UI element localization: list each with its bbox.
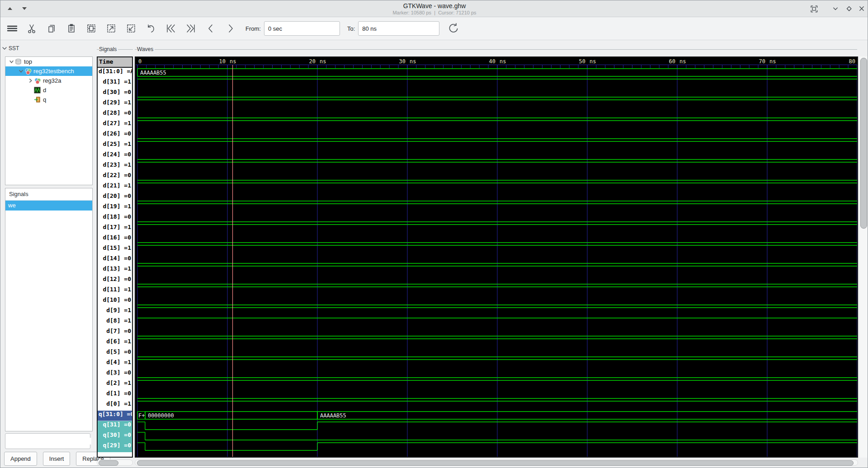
- from-input[interactable]: [264, 21, 340, 36]
- signal-search-box[interactable]: [5, 433, 90, 449]
- titlebar: GTKWave - wave.ghw Marker: 10580 ps | Cu…: [0, 0, 868, 17]
- signal-name-row[interactable]: q[31:0] =0: [98, 411, 132, 421]
- search-input[interactable]: [8, 438, 91, 445]
- tree-item-q[interactable]: q: [5, 95, 92, 104]
- signal-name-row[interactable]: d[11] =1: [98, 286, 132, 296]
- signal-name-row[interactable]: d[16] =0: [98, 234, 132, 244]
- zoom-fit-icon[interactable]: [84, 21, 99, 36]
- signal-name-row[interactable]: d[6] =1: [98, 338, 132, 348]
- signal-name-row[interactable]: q[31] =0: [98, 421, 132, 431]
- minimize-icon[interactable]: [830, 3, 841, 14]
- copy-icon[interactable]: [44, 21, 59, 36]
- window-title: GTKWave - wave.ghw: [0, 2, 868, 9]
- tree-item-top[interactable]: top: [5, 57, 92, 66]
- signal-name-row[interactable]: d[2] =1: [98, 379, 132, 390]
- signal-name-row[interactable]: d[31] =1: [98, 78, 132, 89]
- signal-name-row[interactable]: d[25] =1: [98, 140, 132, 151]
- signal-name-row[interactable]: d[8] =1: [98, 317, 132, 328]
- insert-button[interactable]: Insert: [43, 452, 71, 466]
- signal-name-row[interactable]: d[13] =1: [98, 265, 132, 276]
- undo-icon[interactable]: [143, 21, 159, 36]
- zoom-out-icon[interactable]: [123, 21, 139, 36]
- tree-item-reg32testbench[interactable]: reg32testbench: [5, 66, 92, 76]
- svg-text:0: 0: [138, 58, 142, 65]
- signal-name-row[interactable]: d[20] =0: [98, 192, 132, 203]
- bus-value-label: AAAAAB55: [320, 412, 346, 419]
- signal-name-row[interactable]: d[1] =0: [98, 390, 132, 400]
- signal-wave-icon: [34, 87, 42, 94]
- step-back-icon[interactable]: [203, 21, 218, 36]
- waves-hscrollbar[interactable]: [135, 459, 858, 466]
- signal-name-row[interactable]: d[0] =1: [98, 400, 132, 411]
- signal-name-row[interactable]: d[29] =1: [98, 99, 132, 109]
- tree-item-d[interactable]: d: [5, 85, 92, 95]
- zoom-in-icon[interactable]: [104, 21, 119, 36]
- signal-name-row[interactable]: d[3] =0: [98, 369, 132, 379]
- time-header[interactable]: Time: [98, 57, 132, 68]
- waveform-canvas[interactable]: 010ns20ns30ns40ns50ns60ns70ns80nsAAAAAB5…: [135, 56, 858, 458]
- signal-list-item-we[interactable]: we: [5, 201, 92, 211]
- signal-name-row[interactable]: d[14] =0: [98, 255, 132, 265]
- skip-to-end-icon[interactable]: [183, 21, 198, 36]
- signal-name-row[interactable]: d[5] =0: [98, 348, 132, 359]
- tree-expander-open-icon[interactable]: [8, 59, 15, 64]
- sst-section-header[interactable]: SST: [2, 45, 19, 51]
- append-button[interactable]: Append: [4, 452, 37, 466]
- keep-above-icon[interactable]: [808, 3, 820, 14]
- cut-icon[interactable]: [24, 21, 39, 36]
- waves-vscrollbar[interactable]: [859, 56, 868, 458]
- bus-value-label: 00000000: [148, 412, 174, 419]
- svg-text:10: 10: [219, 58, 226, 65]
- names-hscrollbar[interactable]: [97, 459, 133, 466]
- svg-text:ns: ns: [590, 58, 596, 65]
- signal-name-row[interactable]: d[31:0] =A: [98, 68, 132, 78]
- signal-name-row[interactable]: d[27] =1: [98, 120, 132, 130]
- svg-text:ns: ns: [500, 58, 506, 65]
- signal-name-row[interactable]: d[18] =0: [98, 213, 132, 224]
- svg-text:50: 50: [579, 58, 585, 65]
- signal-name-row[interactable]: d[9] =1: [98, 307, 132, 317]
- waves-frame-line: [135, 49, 857, 50]
- signal-name-row[interactable]: d[28] =0: [98, 109, 132, 120]
- paste-icon[interactable]: [64, 21, 79, 36]
- signal-name-row[interactable]: d[12] =0: [98, 276, 132, 286]
- signal-name-row[interactable]: d[22] =0: [98, 172, 132, 182]
- gtkwave-window: GTKWave - wave.ghw Marker: 10580 ps | Cu…: [0, 0, 868, 468]
- signal-name-row[interactable]: d[26] =0: [98, 130, 132, 140]
- signal-name-row[interactable]: d[19] =1: [98, 203, 132, 213]
- tree-item-reg32a[interactable]: reg32a: [5, 76, 92, 85]
- to-input[interactable]: [358, 21, 439, 36]
- signals-list-panel: Signals we: [5, 188, 93, 431]
- signal-name-row[interactable]: d[24] =0: [98, 151, 132, 161]
- tree-expander-open-icon[interactable]: [18, 69, 24, 74]
- svg-text:30: 30: [399, 58, 406, 65]
- waves-frame-label: Waves: [137, 46, 155, 52]
- signal-name-row[interactable]: q[30] =0: [98, 431, 132, 442]
- menu-icon[interactable]: [4, 21, 19, 36]
- signal-name-row[interactable]: d[21] =1: [98, 182, 132, 192]
- signal-name-row[interactable]: d[30] =0: [98, 89, 132, 99]
- signal-name-row[interactable]: q[29] =0: [98, 442, 132, 452]
- maximize-icon[interactable]: [843, 3, 855, 14]
- skip-to-start-icon[interactable]: [163, 21, 179, 36]
- close-icon[interactable]: [856, 3, 868, 14]
- sst-label: SST: [9, 45, 19, 51]
- signal-name-row[interactable]: d[10] =0: [98, 296, 132, 307]
- signal-name-row[interactable]: d[23] =1: [98, 161, 132, 172]
- signal-name-row[interactable]: d[17] =1: [98, 224, 132, 234]
- signal-name-row[interactable]: d[7] =0: [98, 328, 132, 338]
- svg-text:60: 60: [669, 58, 675, 65]
- marker-cursor-status: Marker: 10580 ps | Cursor: 71210 ps: [0, 10, 868, 15]
- tree-item-label: d: [43, 87, 46, 94]
- signal-name-row[interactable]: d[15] =1: [98, 244, 132, 255]
- tree-item-label: reg32testbench: [33, 68, 74, 75]
- from-label: From:: [245, 25, 261, 32]
- signal-name-row[interactable]: d[4] =1: [98, 359, 132, 369]
- reload-icon[interactable]: [446, 21, 461, 36]
- tree-item-label: reg32a: [43, 77, 61, 84]
- svg-text:ns: ns: [320, 58, 326, 65]
- step-forward-icon[interactable]: [223, 21, 238, 36]
- tree-expander-closed-icon[interactable]: [27, 78, 34, 83]
- toolbar: From: To:: [0, 17, 868, 40]
- signals-frame-label: Signals: [99, 46, 118, 52]
